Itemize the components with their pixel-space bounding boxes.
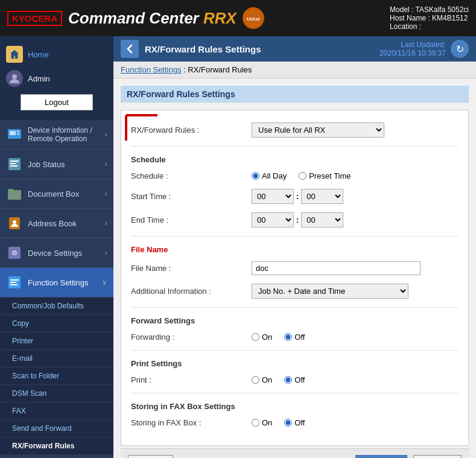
sidebar-item-device-settings-label: Device Settings xyxy=(28,249,82,258)
admin-section: Admin xyxy=(6,66,107,91)
submenu-item-dsm-scan[interactable]: DSM Scan xyxy=(0,385,113,402)
sidebar-item-device-info[interactable]: Device Information / Remote Operation › xyxy=(0,120,113,150)
submenu-item-email[interactable]: E-mail xyxy=(0,350,113,367)
main-layout: Home Admin Logout xyxy=(0,36,476,458)
rx-forward-rules-select[interactable]: Use Rule for All RX Use Rule for Specifi… xyxy=(252,122,384,138)
svg-point-17 xyxy=(13,252,16,254)
logout-button[interactable]: Logout xyxy=(21,94,93,110)
home-icon xyxy=(6,46,23,63)
fax-box-off-label: Off xyxy=(294,418,305,427)
fax-box-off-radio[interactable] xyxy=(284,419,292,427)
breadcrumb-current: RX/Forward Rules xyxy=(188,65,252,74)
chevron-right-icon-4: › xyxy=(105,219,107,227)
reset-button[interactable]: Reset xyxy=(413,455,462,458)
breadcrumb-parent[interactable]: Function Settings xyxy=(121,65,181,74)
svg-rect-6 xyxy=(17,133,19,135)
start-minute-select[interactable]: 00051015 20253035 40455055 xyxy=(301,189,343,204)
forwarding-on-radio[interactable] xyxy=(252,333,259,341)
fax-box-on-label: On xyxy=(262,418,272,427)
end-time-label: End Time : xyxy=(131,215,252,224)
back-nav-button[interactable] xyxy=(121,40,139,58)
end-hour-select[interactable]: 00010203 04050607 08091011 12131415 1617… xyxy=(252,212,294,227)
start-time-selects: 00010203 04050607 08091011 12131415 1617… xyxy=(252,189,459,204)
print-on-option[interactable]: On xyxy=(252,375,272,384)
submenu-item-printer[interactable]: Printer xyxy=(0,332,113,350)
fax-box-on-option[interactable]: On xyxy=(252,418,272,427)
back-button[interactable]: Back xyxy=(128,455,173,458)
file-name-input[interactable] xyxy=(252,261,420,275)
file-name-control xyxy=(252,261,459,275)
fax-box-radio-group: On Off xyxy=(252,418,459,427)
additional-info-select[interactable]: None Job No. Date and Time Job No. + Dat… xyxy=(252,284,408,299)
sidebar-item-home[interactable]: Home xyxy=(6,42,107,66)
schedule-row: Schedule : All Day Preset Time xyxy=(131,171,459,180)
device-info-icon xyxy=(6,126,23,143)
print-settings-header: Print Settings xyxy=(131,359,459,368)
svg-point-14 xyxy=(13,220,16,224)
sidebar-item-job-status[interactable]: Job Status › xyxy=(0,150,113,179)
end-minute-select[interactable]: 00051015 20253035 40455055 xyxy=(301,212,343,227)
rx-forward-rules-row: RX/Forward Rules : Use Rule for All RX U… xyxy=(131,120,459,138)
address-book-icon xyxy=(6,215,23,232)
submenu-item-send-and-forward[interactable]: Send and Forward xyxy=(0,420,113,437)
sidebar-item-document-box[interactable]: Document Box › xyxy=(0,179,113,209)
sidebar-item-function-settings-label: Function Settings xyxy=(28,278,88,287)
submenu-item-fax[interactable]: FAX xyxy=(0,402,113,420)
sidebar-item-function-settings[interactable]: Function Settings ∨ xyxy=(0,268,113,297)
schedule-all-day-radio[interactable] xyxy=(252,172,259,180)
schedule-preset-time-option[interactable]: Preset Time xyxy=(299,171,351,180)
sidebar-item-address-book[interactable]: Address Book › xyxy=(0,209,113,238)
forwarding-label: Forwarding : xyxy=(131,332,252,342)
submenu-item-copy[interactable]: Copy xyxy=(0,315,113,332)
topbar-right: Last Updated: 2020/11/16 10:39:37 ↻ xyxy=(379,40,469,58)
submenu-item-common-job-defaults[interactable]: Common/Job Defaults xyxy=(0,297,113,315)
print-on-radio[interactable] xyxy=(252,376,259,384)
forwarding-row: Forwarding : On Off xyxy=(131,332,459,342)
function-settings-icon xyxy=(6,274,23,291)
fax-box-label: Storing in FAX Box : xyxy=(131,418,252,427)
forwarding-off-radio[interactable] xyxy=(284,333,292,341)
svg-rect-8 xyxy=(10,161,19,162)
schedule-all-day-label: All Day xyxy=(262,171,287,180)
start-time-row: Start Time : 00010203 04050607 08091011 … xyxy=(131,189,459,204)
svg-rect-19 xyxy=(10,279,19,281)
svg-text:TASKalfa: TASKalfa xyxy=(247,16,260,22)
svg-rect-10 xyxy=(10,165,17,167)
start-time-control: 00010203 04050607 08091011 12131415 1617… xyxy=(252,189,459,204)
submenu-item-rx-forward-rules[interactable]: RX/Forward Rules xyxy=(0,437,113,455)
forwarding-off-option[interactable]: Off xyxy=(284,332,305,342)
fax-box-off-option[interactable]: Off xyxy=(284,418,305,427)
refresh-button[interactable]: ↻ xyxy=(451,40,469,58)
sidebar-item-device-info-label: Device Information / Remote Operation xyxy=(28,126,105,143)
print-off-option[interactable]: Off xyxy=(284,375,305,384)
submit-button[interactable]: Submit xyxy=(355,455,407,458)
sidebar-item-device-settings[interactable]: Device Settings › xyxy=(0,238,113,268)
svg-rect-20 xyxy=(10,282,16,283)
svg-rect-9 xyxy=(10,163,16,164)
end-time-separator: : xyxy=(296,215,299,224)
job-status-icon xyxy=(6,156,23,173)
schedule-header: Schedule xyxy=(131,155,459,164)
file-name-label: File Name : xyxy=(131,264,252,273)
kyocera-logo: KYOCERA xyxy=(7,11,62,26)
svg-rect-4 xyxy=(10,131,16,135)
schedule-radio-group: All Day Preset Time xyxy=(252,171,459,180)
header: KYOCERA Command Center RRX TASKalfa Mode… xyxy=(0,0,476,36)
device-settings-icon xyxy=(6,244,23,261)
print-off-radio[interactable] xyxy=(284,376,292,384)
topbar-left: RX/Forward Rules Settings xyxy=(121,40,261,58)
forwarding-on-option[interactable]: On xyxy=(252,332,272,342)
schedule-all-day-option[interactable]: All Day xyxy=(252,171,287,180)
button-row: Back Submit Reset xyxy=(121,448,469,458)
submenu-item-scan-to-folder[interactable]: Scan to Folder xyxy=(0,367,113,385)
print-off-label: Off xyxy=(294,375,305,384)
start-hour-select[interactable]: 00010203 04050607 08091011 12131415 1617… xyxy=(252,189,294,204)
schedule-preset-time-label: Preset Time xyxy=(309,171,351,180)
fax-box-on-radio[interactable] xyxy=(252,419,259,427)
fax-box-row: Storing in FAX Box : On Off xyxy=(131,418,459,427)
schedule-preset-time-radio[interactable] xyxy=(299,172,306,180)
svg-rect-12 xyxy=(8,189,14,191)
location-info: Location : xyxy=(390,22,469,31)
sidebar-top: Home Admin Logout xyxy=(0,36,113,120)
end-time-control: 00010203 04050607 08091011 12131415 1617… xyxy=(252,212,459,227)
